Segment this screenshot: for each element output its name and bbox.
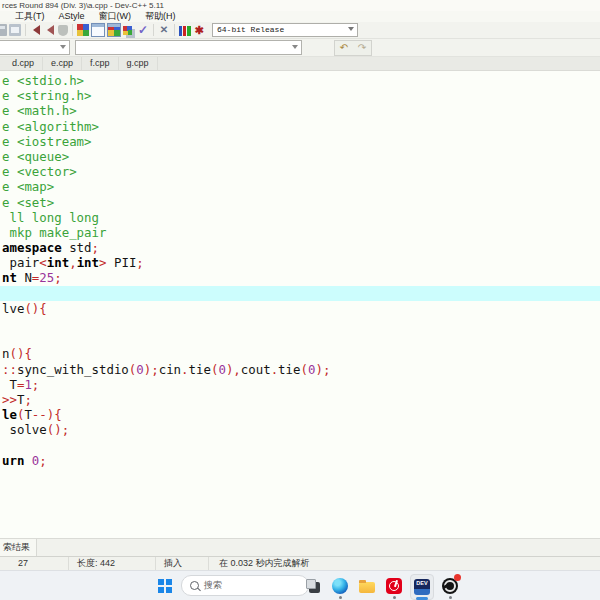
status-cell-3: 在 0.032 秒内完成解析 — [209, 557, 600, 571]
code-token: --){ — [32, 407, 62, 422]
member-browser-combo[interactable] — [75, 40, 302, 55]
code-token: int — [77, 255, 99, 270]
code-token: ), — [226, 362, 241, 377]
start-button[interactable] — [158, 579, 164, 585]
printer-icon[interactable] — [0, 24, 7, 36]
run-icon[interactable] — [91, 23, 105, 37]
code-line — [0, 331, 600, 346]
code-token: e <stdio.h> — [2, 73, 84, 88]
task-view-button-glyph — [309, 582, 320, 593]
shield-icon[interactable] — [58, 25, 68, 36]
browser-toolbar: ↶↷ — [0, 39, 600, 57]
code-token: < — [39, 255, 46, 270]
code-token: tie — [189, 362, 211, 377]
explorer-icon[interactable] — [356, 574, 378, 598]
code-token: e <math.h> — [2, 103, 77, 118]
notification-badge — [454, 574, 461, 581]
debug-check-icon[interactable]: ✓ — [137, 24, 149, 36]
chevron-down-icon — [60, 45, 66, 52]
compile-icon[interactable] — [77, 24, 89, 36]
tab-e.cpp[interactable]: e.cpp — [43, 57, 82, 70]
code-token: > — [99, 255, 106, 270]
window-title: rces Round 894 (Div. 3)\a.cpp - Dev-C++ … — [0, 0, 600, 11]
compiler-config-value: 64-bit Release — [217, 25, 284, 34]
code-token: lve — [2, 301, 24, 316]
code-token: 0 — [218, 362, 225, 377]
menu-item-0[interactable]: 工具(T) — [8, 11, 52, 22]
tab-g.cpp[interactable]: g.cpp — [119, 57, 158, 70]
code-token: PII — [107, 255, 137, 270]
code-token: pair — [2, 255, 39, 270]
menu-item-1[interactable]: AStyle — [52, 11, 92, 22]
code-line: urn 0; — [0, 453, 600, 468]
explorer-icon-glyph — [359, 582, 375, 593]
edge-icon[interactable] — [329, 574, 351, 598]
code-token: sync_with_stdio — [17, 362, 129, 377]
rebuild-all-icon[interactable] — [123, 26, 132, 35]
compile-run-icon[interactable] — [107, 23, 121, 37]
abort-icon[interactable]: ✕ — [158, 24, 170, 36]
code-token: std — [62, 240, 92, 255]
goto-forward-icon[interactable]: ↷ — [353, 41, 371, 55]
taskbar: 搜索 DEV — [0, 570, 600, 600]
profile-icon[interactable] — [179, 26, 191, 36]
menu-item-2[interactable]: 窗口(W) — [92, 11, 139, 22]
edge-icon-glyph — [332, 578, 348, 594]
netease-music-icon-glyph — [386, 578, 402, 594]
code-token: ; — [32, 377, 39, 392]
code-token: ; — [39, 453, 46, 468]
code-token: cin — [159, 362, 181, 377]
devcpp-icon[interactable]: DEV — [410, 574, 434, 600]
code-line: e <stdio.h> — [0, 73, 600, 88]
running-indicator — [393, 596, 396, 599]
code-line: e <algorithm> — [0, 119, 600, 134]
compiler-config-select[interactable]: 64-bit Release — [212, 23, 358, 37]
code-editor[interactable]: e <stdio.h>e <string.h>e <math.h>e <algo… — [0, 71, 600, 540]
toolbar-separator — [174, 24, 175, 36]
netease-music-icon[interactable] — [383, 574, 405, 598]
code-token: solve — [2, 422, 47, 437]
status-cell-0: 27 — [0, 557, 69, 571]
back-icon[interactable] — [30, 24, 42, 36]
menu-item-3[interactable]: 帮助(H) — [138, 11, 183, 22]
code-line: nt N=25; — [0, 270, 600, 285]
code-token: cout — [241, 362, 271, 377]
class-browser-combo[interactable] — [0, 40, 70, 55]
save-icon[interactable] — [9, 24, 21, 36]
code-line: ll long long — [0, 210, 600, 225]
forward-icon[interactable] — [44, 24, 56, 36]
code-line: amespace std; — [0, 240, 600, 255]
code-token: e <queue> — [2, 149, 69, 164]
running-indicator — [449, 596, 452, 599]
code-token — [24, 453, 31, 468]
code-token: ; — [92, 240, 99, 255]
running-indicator — [339, 596, 342, 599]
panel-tab-search-results[interactable]: 索结果 — [0, 539, 37, 556]
delete-profile-icon[interactable]: ✱ — [193, 24, 205, 36]
code-token: T — [24, 407, 31, 422]
search-placeholder: 搜索 — [204, 579, 222, 592]
chevron-down-icon — [292, 45, 298, 52]
taskbar-search[interactable]: 搜索 — [181, 575, 309, 596]
code-line: ::sync_with_stdio(0);cin.tie(0),cout.tie… — [0, 362, 600, 377]
code-token: urn — [2, 453, 24, 468]
task-view-button[interactable] — [302, 574, 324, 598]
code-line — [0, 316, 600, 331]
code-token: ll long long — [2, 210, 99, 225]
code-token: ( — [301, 362, 308, 377]
code-line: le(T--){ — [0, 407, 600, 422]
status-cell-2: 插入 — [156, 557, 209, 571]
code-token: ); — [144, 362, 159, 377]
code-token: T — [2, 377, 17, 392]
tab-f.cpp[interactable]: f.cpp — [82, 57, 119, 70]
devcpp-icon-glyph: DEV — [414, 579, 430, 595]
code-token: (){ — [24, 301, 46, 316]
code-token: e <algorithm> — [2, 119, 99, 134]
code-line: >>T; — [0, 392, 600, 407]
goto-back-icon[interactable]: ↶ — [335, 41, 353, 55]
obs-icon[interactable] — [439, 574, 461, 598]
code-line: mkp make_pair — [0, 225, 600, 240]
tab-d.cpp[interactable]: d.cpp — [4, 57, 43, 70]
chevron-down-icon — [348, 27, 354, 34]
code-line: e <vector> — [0, 164, 600, 179]
